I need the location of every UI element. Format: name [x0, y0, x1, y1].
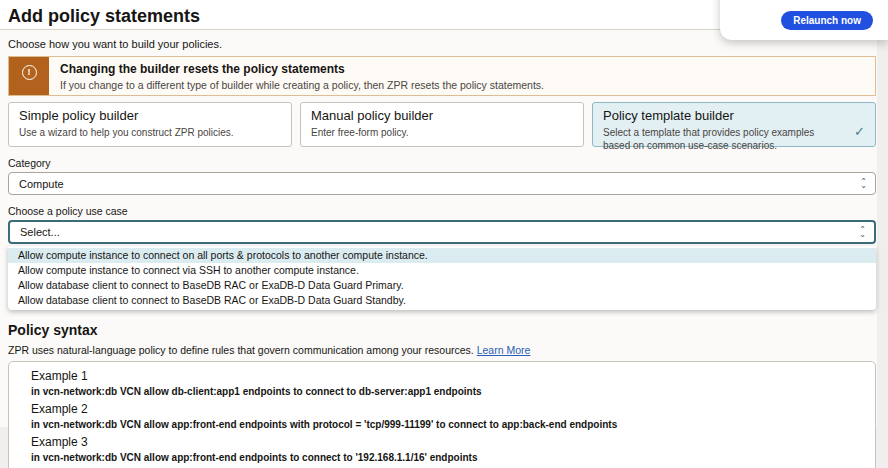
warning-icon: ! — [22, 65, 37, 80]
example-code: in vcn-network:db VCN allow app:front-en… — [31, 452, 865, 464]
warning-banner-title: Changing the builder resets the policy s… — [60, 62, 544, 76]
builder-cards: Simple policy builder Use a wizard to he… — [8, 102, 876, 147]
card-description: Select a template that provides policy e… — [603, 126, 865, 152]
example-label: Example 2 — [31, 402, 865, 416]
form-content: Choose how you want to build your polici… — [0, 38, 876, 468]
chevron-down-icon: ⌄ — [860, 184, 867, 189]
learn-more-link[interactable]: Learn More — [477, 344, 531, 356]
use-case-label: Choose a policy use case — [8, 205, 876, 217]
card-description: Use a wizard to help you construct ZPR p… — [19, 126, 281, 139]
example-label: Example 1 — [31, 369, 865, 383]
relaunch-popup: Relaunch now — [720, 0, 888, 40]
warning-banner-body: Changing the builder resets the policy s… — [49, 57, 544, 95]
policy-examples-box: Example 1 in vcn-network:db VCN allow db… — [8, 361, 876, 468]
policy-syntax-description-text: ZPR uses natural-language policy to defi… — [8, 344, 474, 356]
chevron-down-icon: ⌄ — [859, 233, 866, 238]
use-case-select-value: Select... — [20, 226, 60, 238]
use-case-dropdown: Allow compute instance to connect on all… — [8, 246, 876, 310]
use-case-option[interactable]: Allow compute instance to connect on all… — [8, 248, 876, 263]
example-code: in vcn-network:db VCN allow db-client:ap… — [31, 386, 865, 398]
use-case-option[interactable]: Allow database client to connect to Base… — [8, 293, 876, 308]
category-select-value: Compute — [19, 178, 64, 190]
card-title: Manual policy builder — [311, 108, 573, 123]
card-description: Enter free-form policy. — [311, 126, 573, 139]
category-label: Category — [8, 157, 876, 169]
category-select[interactable]: Compute ⌃ ⌄ — [8, 172, 876, 195]
card-title: Policy template builder — [603, 108, 865, 123]
example-code: in vcn-network:db VCN allow app:front-en… — [31, 419, 865, 431]
card-policy-template-builder[interactable]: Policy template builder Select a templat… — [592, 102, 876, 147]
policy-syntax-description: ZPR uses natural-language policy to defi… — [8, 344, 876, 356]
stepper-icon: ⌃ ⌄ — [859, 227, 866, 237]
stepper-icon: ⌃ ⌄ — [860, 179, 867, 189]
card-title: Simple policy builder — [19, 108, 281, 123]
check-icon: ✓ — [854, 124, 865, 139]
warning-banner-description: If you change to a different type of bui… — [60, 79, 544, 91]
relaunch-now-button[interactable]: Relaunch now — [781, 11, 873, 30]
use-case-option[interactable]: Allow database client to connect to Base… — [8, 278, 876, 293]
card-simple-policy-builder[interactable]: Simple policy builder Use a wizard to he… — [8, 102, 292, 147]
card-manual-policy-builder[interactable]: Manual policy builder Enter free-form po… — [300, 102, 584, 147]
use-case-option[interactable]: Allow compute instance to connect via SS… — [8, 263, 876, 278]
use-case-select[interactable]: Select... ⌃ ⌄ — [8, 220, 876, 244]
main-panel: Add policy statements Choose how you wan… — [0, 0, 877, 427]
example-label: Example 3 — [31, 435, 865, 449]
policy-syntax-title: Policy syntax — [8, 322, 876, 338]
warning-icon-block: ! — [9, 57, 49, 95]
warning-banner: ! Changing the builder resets the policy… — [8, 56, 876, 96]
